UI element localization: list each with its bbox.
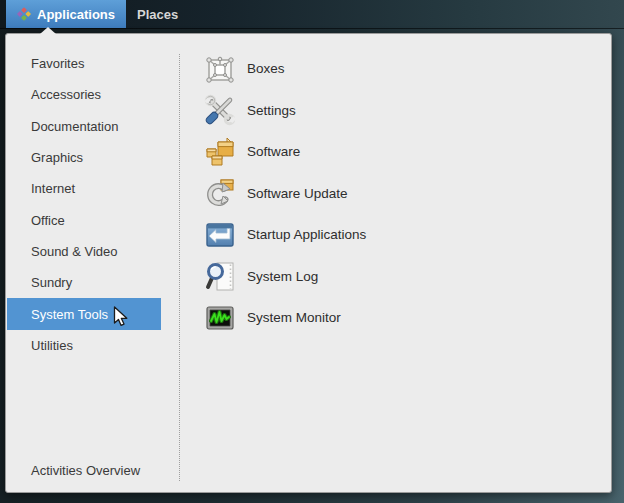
startup-applications-icon <box>204 219 236 251</box>
category-item-graphics[interactable]: Graphics <box>7 142 161 173</box>
applications-menu-icon <box>17 7 31 21</box>
category-item-system-tools[interactable]: System Tools <box>7 298 161 329</box>
activities-overview-button[interactable]: Activities Overview <box>31 461 140 481</box>
top-bar: Applications Places <box>0 0 624 29</box>
app-item-settings[interactable]: Settings <box>180 90 607 132</box>
app-item-boxes[interactable]: Boxes <box>180 48 607 90</box>
app-item-software-update[interactable]: Software Update <box>180 173 607 215</box>
software-icon <box>204 136 236 168</box>
category-label: Accessories <box>31 87 101 102</box>
category-label: System Tools <box>31 307 108 322</box>
applications-menu-popup: Favorites Accessories Documentation Grap… <box>5 33 612 493</box>
system-log-icon <box>204 260 236 292</box>
category-item-documentation[interactable]: Documentation <box>7 111 161 142</box>
app-item-startup-applications[interactable]: Startup Applications <box>180 214 607 256</box>
category-item-accessories[interactable]: Accessories <box>7 79 161 110</box>
category-item-office[interactable]: Office <box>7 204 161 235</box>
category-label: Sound & Video <box>31 244 118 259</box>
boxes-icon <box>204 53 236 85</box>
category-item-sundry[interactable]: Sundry <box>7 267 161 298</box>
category-list: Favorites Accessories Documentation Grap… <box>7 48 179 361</box>
category-item-internet[interactable]: Internet <box>7 173 161 204</box>
app-list: Boxes Settings <box>180 48 607 339</box>
app-item-system-monitor[interactable]: System Monitor <box>180 297 607 339</box>
places-menu-label: Places <box>137 7 178 22</box>
category-label: Graphics <box>31 150 83 165</box>
popup-notch <box>40 27 56 34</box>
app-label: Settings <box>247 103 296 118</box>
places-menu-button[interactable]: Places <box>126 0 189 28</box>
category-label: Favorites <box>31 56 84 71</box>
activities-overview-label: Activities Overview <box>31 463 140 478</box>
software-update-icon <box>204 177 236 209</box>
app-label: Startup Applications <box>247 227 366 242</box>
category-label: Sundry <box>31 275 72 290</box>
app-label: Software Update <box>247 186 348 201</box>
category-label: Internet <box>31 181 75 196</box>
applications-menu-label: Applications <box>37 7 115 22</box>
category-item-utilities[interactable]: Utilities <box>7 330 161 361</box>
app-label: System Log <box>247 269 318 284</box>
app-label: Software <box>247 144 300 159</box>
system-monitor-icon <box>204 302 236 334</box>
app-item-system-log[interactable]: System Log <box>180 256 607 298</box>
category-item-favorites[interactable]: Favorites <box>7 48 161 79</box>
app-label: Boxes <box>247 61 285 76</box>
category-item-sound-video[interactable]: Sound & Video <box>7 236 161 267</box>
app-item-software[interactable]: Software <box>180 131 607 173</box>
category-label: Documentation <box>31 119 118 134</box>
settings-icon <box>204 94 236 126</box>
category-label: Utilities <box>31 338 73 353</box>
category-label: Office <box>31 213 65 228</box>
applications-menu-button[interactable]: Applications <box>6 0 126 28</box>
app-label: System Monitor <box>247 310 341 325</box>
